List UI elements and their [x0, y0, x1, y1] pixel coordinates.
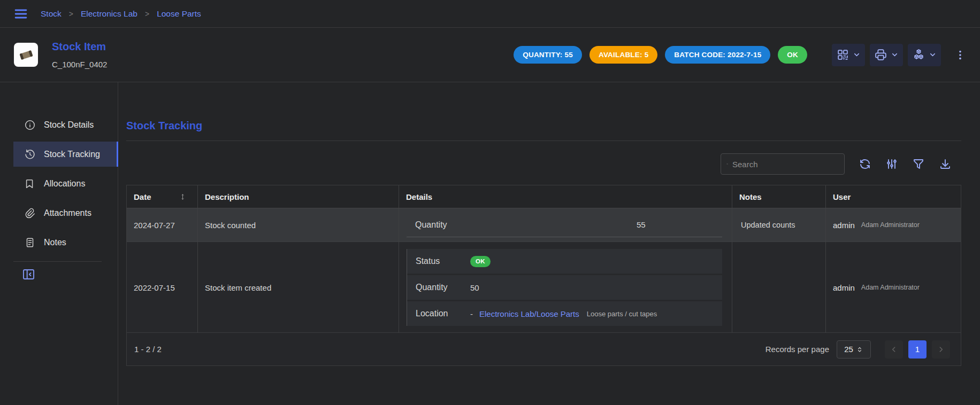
qr-code-icon	[836, 48, 849, 61]
user-fullname: Adam Administrator	[861, 284, 920, 291]
sidebar-item-stock-tracking[interactable]: Stock Tracking	[13, 142, 118, 167]
history-icon	[24, 149, 36, 160]
capacitor-image	[17, 45, 36, 65]
chevron-down-icon	[891, 51, 899, 59]
panel-sidebar: Stock Details Stock Tracking Allocations…	[0, 82, 118, 405]
refresh-icon[interactable]	[859, 158, 871, 170]
stock-tracking-table: Date Description Details Notes User 2024…	[126, 185, 961, 366]
sidebar-item-label: Stock Tracking	[44, 150, 100, 159]
stock-actions-button[interactable]	[908, 44, 941, 66]
details-subrow-quantity: Quantity 50	[407, 275, 722, 300]
stock-item-header: Stock Item C_100nF_0402 QUANTITY: 55 AVA…	[0, 28, 980, 82]
pagination: 1	[885, 340, 950, 359]
filter-icon[interactable]	[912, 158, 925, 170]
sidebar-item-notes[interactable]: Notes	[13, 230, 118, 255]
paperclip-icon	[24, 207, 36, 219]
search-input[interactable]	[732, 160, 839, 169]
chevron-down-icon	[853, 51, 861, 59]
chevron-right-icon	[937, 345, 945, 354]
details-subrow-location: Location - Electronics Lab/Loose Parts L…	[407, 301, 722, 326]
breadcrumb-link-electronics-lab[interactable]: Electronics Lab	[81, 9, 137, 19]
user-cell: admin Adam Administrator	[825, 242, 961, 333]
username: admin	[833, 283, 855, 292]
next-page-button[interactable]	[932, 340, 950, 359]
adjustments-icon[interactable]	[885, 158, 898, 170]
notes-cell	[732, 242, 825, 333]
search-input-wrapper[interactable]	[721, 153, 845, 175]
table-row[interactable]: 2024-07-27 Stock counted Quantity 55 Upd…	[127, 208, 961, 242]
chevron-left-icon	[890, 345, 898, 354]
description-cell: Stock counted	[197, 208, 399, 242]
details-cell: Status OK Quantity 50 Location - Electro…	[399, 242, 732, 333]
notes-cell: Updated counts	[732, 208, 825, 242]
location-link[interactable]: Electronics Lab/Loose Parts	[479, 309, 579, 318]
date-cell: 2024-07-27	[127, 208, 197, 242]
printer-icon	[874, 48, 887, 61]
barcode-actions-button[interactable]	[832, 44, 865, 66]
detail-label: Status	[407, 256, 470, 266]
page-size-select[interactable]: 25	[837, 340, 871, 359]
user-cell: admin Adam Administrator	[825, 208, 961, 242]
search-icon	[726, 159, 728, 169]
sidebar-item-label: Notes	[44, 238, 66, 247]
table-row[interactable]: 2022-07-15 Stock item created Status OK …	[127, 242, 961, 332]
chevron-down-icon	[929, 51, 937, 59]
location-description: Loose parts / cut tapes	[587, 310, 657, 318]
select-chevrons-icon	[856, 346, 863, 353]
available-badge: AVAILABLE: 5	[589, 46, 657, 64]
detail-label: Location	[407, 309, 470, 318]
sort-icon[interactable]	[179, 193, 187, 201]
page-1-button[interactable]: 1	[908, 340, 927, 359]
print-actions-button[interactable]	[870, 44, 903, 66]
breadcrumb: Stock > Electronics Lab > Loose Parts	[41, 9, 201, 19]
previous-page-button[interactable]	[885, 340, 903, 359]
panel-title: Stock Tracking	[126, 120, 980, 132]
bookmark-icon	[24, 178, 36, 190]
more-options-kebab-icon[interactable]	[954, 49, 966, 61]
stock-tracking-panel: Stock Tracking Date	[118, 82, 980, 405]
location-prefix: -	[470, 309, 473, 318]
sidebar-item-stock-details[interactable]: Stock Details	[13, 112, 118, 137]
part-thumbnail[interactable]	[14, 43, 38, 67]
column-header-notes: Notes	[732, 185, 825, 208]
detail-value: 55	[637, 220, 646, 229]
table-header-row: Date Description Details Notes User	[127, 185, 961, 208]
sidebar-item-attachments[interactable]: Attachments	[13, 200, 118, 225]
file-text-icon	[24, 237, 36, 248]
hamburger-menu-icon[interactable]	[13, 6, 29, 22]
detail-label: Quantity	[407, 283, 470, 292]
records-per-page-label: Records per page	[765, 345, 829, 354]
record-range: 1 - 2 / 2	[134, 345, 162, 354]
username: admin	[833, 221, 855, 230]
info-circle-icon	[24, 119, 36, 131]
sidebar-item-label: Attachments	[44, 208, 91, 218]
quantity-badge: QUANTITY: 55	[514, 46, 582, 64]
header-actions	[832, 44, 966, 66]
sidebar-collapse-icon[interactable]	[21, 267, 36, 282]
column-header-description: Description	[197, 185, 399, 208]
details-subrow: Quantity 55	[407, 213, 722, 237]
stock-cubes-icon	[912, 48, 925, 61]
part-name: C_100nF_0402	[52, 60, 107, 69]
breadcrumb-separator: >	[69, 10, 73, 18]
date-cell: 2022-07-15	[127, 242, 197, 333]
sidebar-item-label: Stock Details	[44, 120, 94, 130]
breadcrumb-link-loose-parts[interactable]: Loose Parts	[157, 9, 201, 19]
sidebar-item-label: Allocations	[44, 179, 85, 189]
status-ok-badge: OK	[470, 256, 491, 267]
breadcrumb-link-stock[interactable]: Stock	[41, 9, 62, 19]
column-header-details: Details	[399, 185, 732, 208]
details-cell: Quantity 55	[399, 208, 732, 242]
batch-code-badge: BATCH CODE: 2022-7-15	[665, 46, 770, 64]
table-footer: 1 - 2 / 2 Records per page 25 1	[127, 332, 961, 365]
column-header-date[interactable]: Date	[127, 185, 197, 208]
column-header-user: User	[825, 185, 961, 208]
sidebar-item-allocations[interactable]: Allocations	[13, 171, 118, 196]
download-icon[interactable]	[939, 158, 952, 170]
status-badges: QUANTITY: 55 AVAILABLE: 5 BATCH CODE: 20…	[514, 46, 807, 64]
description-cell: Stock item created	[197, 242, 399, 333]
details-subrow-status: Status OK	[407, 249, 722, 274]
sidebar-divider	[13, 261, 102, 262]
page-title: Stock Item	[52, 41, 107, 53]
breadcrumb-bar: Stock > Electronics Lab > Loose Parts	[0, 0, 980, 28]
